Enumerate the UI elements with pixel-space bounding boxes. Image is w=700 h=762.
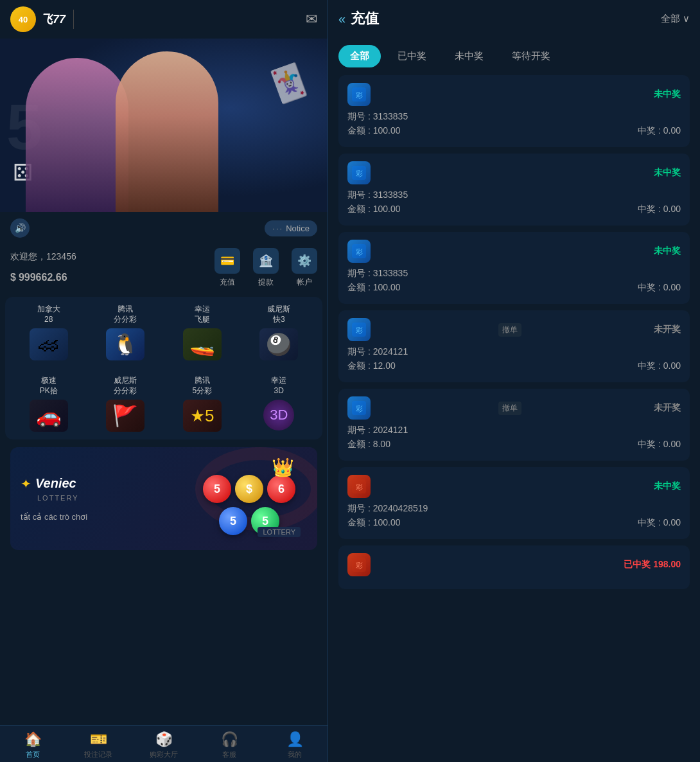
- record-amount-row-3: 金额 : 100.00 中奖 : 0.00: [347, 282, 681, 294]
- record-status-3: 未中奖: [654, 245, 681, 257]
- notice-bar: 🔊 ··· Notice: [0, 212, 328, 244]
- record-top-2: 彩 未中奖: [347, 161, 681, 184]
- banner-figure-left: [26, 58, 128, 212]
- record-status-5: 未开奖: [654, 402, 681, 414]
- game-icon-canada28: 🏎: [30, 328, 68, 360]
- notice-dots: ···: [272, 224, 283, 233]
- nav-lottery-hall[interactable]: 🎲 购彩大厅: [131, 731, 197, 759]
- record-period-4: 期号 : 2024121: [347, 346, 408, 358]
- record-amount-1: 金额 : 100.00: [347, 125, 401, 137]
- lottery-ball-1: 5: [203, 475, 231, 503]
- lottery-banner[interactable]: ✦ Veniec LOTTERY tất cả các trò chơi 👑 5…: [10, 447, 317, 550]
- game-icon-racecar: 🚗: [30, 400, 68, 432]
- nav-profile[interactable]: 👤 我的: [262, 731, 328, 759]
- balance-symbol: $: [10, 272, 16, 283]
- action-buttons: 💳 充值 🏦 提款 ⚙️ 帐户: [214, 248, 317, 288]
- game-speed-pk10[interactable]: 极速PK拾 🚗: [10, 368, 87, 439]
- filter-label: 全部: [661, 13, 680, 25]
- record-icon-1: 彩: [347, 83, 371, 106]
- withdraw-icon: 🏦: [253, 248, 279, 274]
- veniec-star-icon: ✦: [21, 476, 31, 492]
- game-lucky-3d[interactable]: 幸运3D 3D: [241, 368, 318, 439]
- record-card-1[interactable]: 彩 未中奖 期号 : 3133835 金额 : 100.00 中奖 : 0.00: [338, 75, 690, 147]
- svg-text:彩: 彩: [356, 405, 363, 412]
- game-icon-3d: 3D: [263, 400, 294, 430]
- recharge-button[interactable]: 💳 充值: [214, 248, 240, 288]
- game-tencent-5min[interactable]: 腾讯5分彩 ★5: [164, 368, 241, 439]
- record-top-1: 彩 未中奖: [347, 83, 681, 106]
- game-icon-flag: 🚩: [106, 400, 144, 432]
- record-win-2: 中奖 : 0.00: [638, 204, 681, 215]
- lottery-ball-4: 5: [219, 507, 247, 535]
- game-tencent-fen[interactable]: 腾讯分分彩 🐧: [87, 297, 164, 368]
- record-top-4: 彩 撤单 未开奖: [347, 318, 681, 341]
- hero-banner: 5 ⚄ 🃏: [0, 39, 328, 212]
- record-status-2: 未中奖: [654, 167, 681, 179]
- cancel-badge-4[interactable]: 撤单: [498, 323, 521, 337]
- record-top-5: 彩 撤单 未开奖: [347, 396, 681, 420]
- record-win-1: 中奖 : 0.00: [638, 125, 681, 137]
- record-period-1: 期号 : 3133835: [347, 111, 408, 123]
- nav-service[interactable]: 🎧 客服: [197, 731, 262, 759]
- svg-text:彩: 彩: [356, 170, 363, 177]
- game-canada28[interactable]: 加拿大28 🏎: [10, 297, 87, 368]
- account-button[interactable]: ⚙️ 帐户: [292, 248, 317, 288]
- cancel-badge-5[interactable]: 撤单: [498, 402, 521, 415]
- record-card-7[interactable]: 彩 已中奖 198.00: [338, 545, 690, 589]
- record-card-6[interactable]: 彩 未中奖 期号 : 20240428519 金额 : 100.00 中奖 : …: [338, 467, 690, 539]
- logo-area: 40 飞77: [10, 6, 66, 32]
- record-card-2[interactable]: 彩 未中奖 期号 : 3133835 金额 : 100.00 中奖 : 0.00: [338, 154, 690, 226]
- record-status-7: 已中奖 198.00: [624, 559, 681, 571]
- nav-bets[interactable]: 🎫 投注记录: [66, 731, 131, 759]
- record-card-5[interactable]: 彩 撤单 未开奖 期号 : 2024121 金额 : 8.00 中奖 : 0.0…: [338, 389, 690, 461]
- crown-icon: 👑: [272, 457, 294, 478]
- profile-icon: 👤: [286, 731, 304, 748]
- svg-text:彩: 彩: [356, 326, 363, 334]
- mail-icon[interactable]: ✉: [306, 11, 317, 28]
- right-header: « 充值 全部 ∨: [328, 0, 700, 37]
- veniec-name: Veniec: [35, 476, 76, 491]
- record-icon-5: 彩: [347, 396, 371, 420]
- game-venice-fen[interactable]: 威尼斯分分彩 🚩: [87, 368, 164, 439]
- filter-tabs: 全部 已中奖 未中奖 等待开奖: [328, 37, 700, 75]
- record-amount-6: 金额 : 100.00: [347, 517, 401, 529]
- filter-button[interactable]: 全部 ∨: [661, 13, 690, 25]
- record-win-6: 中奖 : 0.00: [638, 517, 681, 529]
- banner-figure-right: [116, 51, 218, 212]
- nav-home[interactable]: 🏠 首页: [0, 731, 66, 759]
- back-icon[interactable]: «: [338, 12, 346, 26]
- withdraw-button[interactable]: 🏦 提款: [253, 248, 279, 288]
- record-amount-2: 金额 : 100.00: [347, 204, 401, 215]
- account-label: 帐户: [297, 277, 312, 288]
- service-icon: 🎧: [221, 731, 238, 748]
- tab-won[interactable]: 已中奖: [386, 45, 438, 67]
- record-amount-row-4: 金额 : 12.00 中奖 : 0.00: [347, 360, 681, 372]
- record-amount-3: 金额 : 100.00: [347, 282, 401, 294]
- game-icon-tencent: 🐧: [106, 328, 144, 360]
- record-amount-row-6: 金额 : 100.00 中奖 : 0.00: [347, 517, 681, 529]
- notice-button[interactable]: ··· Notice: [265, 220, 317, 236]
- record-icon-3: 彩: [347, 240, 371, 263]
- lottery-subtitle: LOTTERY: [37, 494, 87, 502]
- tab-pending[interactable]: 等待开奖: [500, 45, 562, 67]
- game-venice-fast3[interactable]: 威尼斯快3 🎱: [241, 297, 318, 368]
- record-amount-row-5: 金额 : 8.00 中奖 : 0.00: [347, 439, 681, 450]
- game-grid: 加拿大28 🏎 腾讯分分彩 🐧 幸运飞艇 🚤 威尼斯快3 🎱 极速PK拾 🚗 威…: [5, 297, 322, 439]
- game-icon-ball8: 🎱: [259, 328, 298, 360]
- record-period-row-2: 期号 : 3133835: [347, 190, 681, 201]
- logo-text: 飞77: [41, 12, 66, 27]
- balance-display: $999662.66: [10, 265, 202, 285]
- lottery-tagline: tất cả các trò chơi: [21, 512, 87, 522]
- tab-all[interactable]: 全部: [338, 45, 381, 67]
- record-amount-4: 金额 : 12.00: [347, 360, 396, 372]
- lottery-right: 👑 5 $ 6 5 5 LOTTERY: [191, 460, 307, 537]
- record-card-3[interactable]: 彩 未中奖 期号 : 3133835 金额 : 100.00 中奖 : 0.00: [338, 232, 690, 304]
- record-card-4[interactable]: 彩 撤单 未开奖 期号 : 2024121 金额 : 12.00 中奖 : 0.…: [338, 310, 690, 382]
- lottery-ball-3: 6: [267, 475, 295, 503]
- svg-text:彩: 彩: [356, 562, 363, 569]
- game-lucky-boat[interactable]: 幸运飞艇 🚤: [164, 297, 241, 368]
- record-amount-5: 金额 : 8.00: [347, 439, 390, 450]
- record-win-5: 中奖 : 0.00: [638, 439, 681, 450]
- nav-home-label: 首页: [26, 750, 40, 759]
- tab-not-won[interactable]: 未中奖: [443, 45, 495, 67]
